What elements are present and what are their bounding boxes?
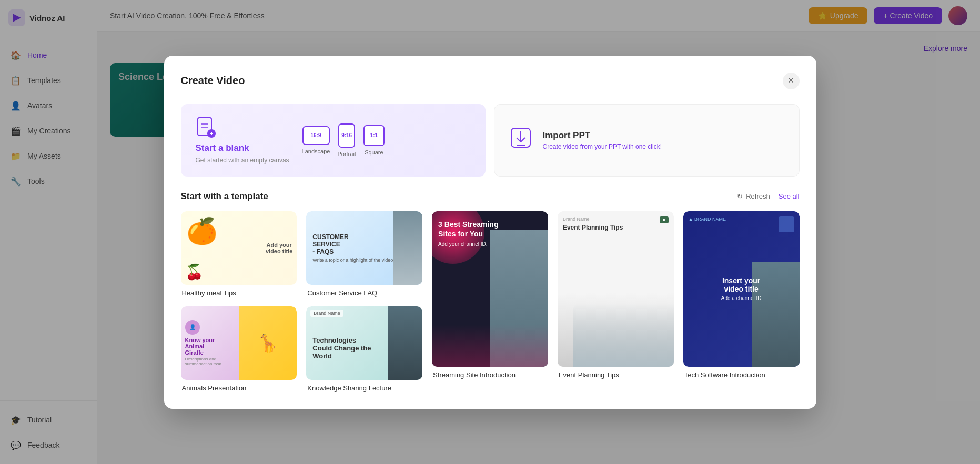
streaming-gradient bbox=[432, 325, 548, 367]
import-ppt-option[interactable]: Import PPT Create video from your PPT wi… bbox=[494, 104, 800, 177]
close-icon: × bbox=[788, 75, 794, 86]
template-section-header: Start with a template ↻ Refresh See all bbox=[181, 191, 800, 202]
template-name-streaming: Streaming Site Introduction bbox=[432, 371, 548, 379]
template-thumb-customer: CUSTOMERSERVICE- FAQS Write a topic or a… bbox=[306, 211, 422, 285]
template-card-healthy-meal[interactable]: Add yourvideo title 🍒 Healthy meal Tips bbox=[181, 211, 297, 297]
see-all-label: See all bbox=[779, 192, 800, 200]
event-person bbox=[573, 304, 674, 367]
template-name-animals: Animals Presentation bbox=[181, 384, 297, 392]
template-section-title: Start with a template bbox=[181, 191, 268, 202]
main-area: Start AI Video Creation, 100% Free & Eff… bbox=[97, 0, 980, 464]
ppt-subtitle: Create video from your PPT with one clic… bbox=[543, 143, 662, 150]
landscape-icon: 16:9 bbox=[302, 126, 330, 145]
template-card-event-planning[interactable]: Brand Name Event Planning Tips ■ Event P… bbox=[558, 211, 674, 392]
tech-deco-shape bbox=[779, 216, 794, 232]
create-options: Start a blank Get started with an empty … bbox=[181, 104, 800, 177]
template-card-streaming[interactable]: 3 Best StreamingSites for YouAdd your ch… bbox=[432, 211, 548, 392]
start-blank-option[interactable]: Start a blank Get started with an empty … bbox=[181, 104, 486, 177]
template-thumb-tech: ▲ BRAND NAME Insert yourvideo titleAdd a… bbox=[683, 211, 800, 367]
see-all-button[interactable]: See all bbox=[779, 192, 800, 200]
ppt-text: Import PPT Create video from your PPT wi… bbox=[543, 130, 662, 150]
template-card-knowledge[interactable]: Brand Name TechnologiesCould Change theW… bbox=[306, 306, 422, 392]
template-name-event: Event Planning Tips bbox=[558, 371, 674, 379]
template-thumb-streaming: 3 Best StreamingSites for YouAdd your ch… bbox=[432, 211, 548, 367]
customer-person-silhouette bbox=[393, 211, 422, 285]
square-label: Square bbox=[365, 149, 383, 156]
blank-subtitle: Get started with an empty canvas bbox=[196, 157, 289, 164]
portrait-label: Portrait bbox=[337, 151, 356, 157]
format-portrait[interactable]: 9:16 Portrait bbox=[337, 123, 356, 157]
ppt-title: Import PPT bbox=[543, 130, 662, 141]
template-thumb-knowledge: Brand Name TechnologiesCould Change theW… bbox=[306, 306, 422, 380]
template-actions: ↻ Refresh See all bbox=[737, 192, 799, 200]
template-name-healthy: Healthy meal Tips bbox=[181, 289, 297, 297]
blank-doc-icon bbox=[196, 117, 219, 140]
modal-header: Create Video × bbox=[181, 73, 800, 89]
portrait-icon: 9:16 bbox=[338, 123, 355, 148]
template-name-customer: Customer Service FAQ bbox=[306, 289, 422, 297]
template-thumb-event: Brand Name Event Planning Tips ■ bbox=[558, 211, 674, 367]
square-icon: 1:1 bbox=[363, 125, 385, 146]
format-icons: 16:9 Landscape 9:16 Portrait 1:1 Square bbox=[302, 123, 385, 157]
format-square[interactable]: 1:1 Square bbox=[363, 125, 385, 156]
ppt-icon bbox=[509, 126, 532, 154]
blank-left: Start a blank Get started with an empty … bbox=[196, 117, 289, 164]
modal-title: Create Video bbox=[181, 75, 245, 87]
template-name-tech: Tech Software Introduction bbox=[683, 371, 800, 379]
template-thumb-animals: 👤 Know your AnimalGiraffe Descriptions a… bbox=[181, 306, 297, 380]
modal-overlay: Create Video × bbox=[97, 0, 980, 464]
landscape-label: Landscape bbox=[302, 148, 330, 154]
template-name-knowledge: Knowledge Sharing Lecture bbox=[306, 384, 422, 392]
template-card-customer-faq[interactable]: CUSTOMERSERVICE- FAQS Write a topic or a… bbox=[306, 211, 422, 297]
create-video-modal: Create Video × bbox=[164, 56, 816, 409]
refresh-button[interactable]: ↻ Refresh bbox=[737, 192, 770, 200]
animals-avatar: 👤 bbox=[185, 320, 200, 335]
refresh-label: Refresh bbox=[746, 192, 770, 200]
refresh-icon: ↻ bbox=[737, 192, 743, 200]
template-card-tech-software[interactable]: ▲ BRAND NAME Insert yourvideo titleAdd a… bbox=[683, 211, 800, 392]
template-card-animals[interactable]: 👤 Know your AnimalGiraffe Descriptions a… bbox=[181, 306, 297, 392]
template-thumb-healthy: Add yourvideo title 🍒 bbox=[181, 211, 297, 285]
modal-close-button[interactable]: × bbox=[783, 73, 800, 89]
template-grid: Add yourvideo title 🍒 Healthy meal Tips … bbox=[181, 211, 800, 392]
blank-title: Start a blank bbox=[196, 143, 289, 153]
knowledge-brand: Brand Name bbox=[310, 310, 343, 317]
format-landscape[interactable]: 16:9 Landscape bbox=[302, 126, 330, 154]
